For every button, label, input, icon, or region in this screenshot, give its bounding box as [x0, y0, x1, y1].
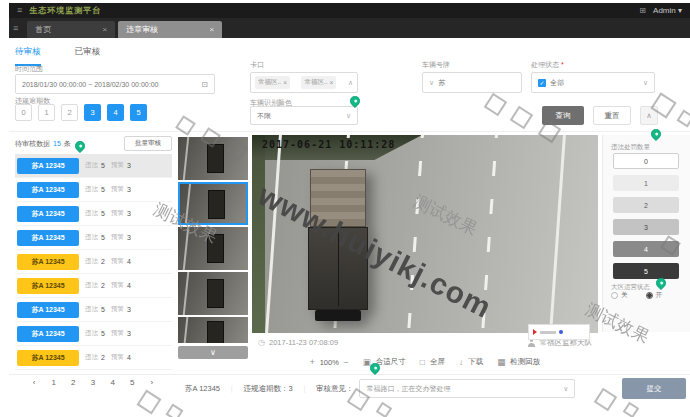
close-icon[interactable]: × — [283, 79, 287, 86]
chevron-down-icon: ∨ — [643, 79, 648, 87]
pending-count: 15 — [53, 140, 61, 147]
plate-label: 车辆号牌 — [422, 60, 450, 70]
opinion-label: 审核意见： — [316, 384, 354, 394]
watermark-shape — [623, 402, 640, 417]
thumbnail-selected[interactable] — [178, 182, 248, 225]
reset-button[interactable]: 重置 — [593, 106, 631, 125]
chevron-up-icon[interactable]: ∧ — [348, 79, 353, 87]
checkpoint-select[interactable]: 常福区..× 常福区..× ∧ — [250, 72, 358, 93]
time-range-label: 时间范围 — [15, 64, 43, 74]
close-icon[interactable]: × — [330, 79, 334, 86]
penalty-sidebar: 违法处罚数量 0 1 2 3 4 5 大区运营状态 关 开 — [602, 135, 690, 332]
clock-icon: ◷ — [258, 338, 265, 347]
plate-badge: 苏A 12345 — [17, 182, 79, 198]
list-item[interactable]: 苏A 12345 违法5 预警3 — [15, 322, 172, 346]
time-range-input[interactable]: 2018/01/30 00:00:00 ~ 2018/02/30 00:00:0… — [15, 74, 215, 94]
penalty-count-label: 违法处罚数量 — [611, 143, 650, 152]
plate-badge: 苏A 12345 — [17, 230, 79, 246]
plate-marker — [533, 329, 537, 335]
zoom-level: 100% — [320, 358, 339, 367]
plate-badge: 苏A 12345 — [17, 206, 79, 222]
radio-on[interactable]: 开 — [646, 291, 663, 300]
radio-off[interactable]: 关 — [611, 291, 628, 300]
thumbnail-expand-button[interactable]: ∨ — [178, 346, 248, 359]
required-asterisk: * — [561, 61, 564, 68]
plate-badge: 苏A 12345 — [17, 302, 79, 318]
thumbnail[interactable] — [178, 317, 248, 343]
image-viewer[interactable]: 2017-06-21 10:11:28 ◷ 2017-11-23 07:08:0… — [252, 135, 598, 352]
current-plate: 苏A 12345 — [185, 384, 220, 394]
user-menu[interactable]: Admin ▾ — [653, 6, 682, 15]
viewer-toolbar: + 100% − ▣ 合适尺寸 □ 全屏 ↓ 下载 ▦ 检测回放 — [252, 357, 598, 367]
osd-timestamp: 2017-06-21 10:11:28 — [262, 139, 395, 150]
plate-badge: 苏A 12345 — [17, 278, 79, 294]
collapse-filter-button[interactable]: ∧ — [640, 106, 658, 125]
download-button[interactable]: ↓ 下载 — [459, 357, 483, 367]
tab-violation-audit[interactable]: 违章审核 × — [118, 21, 222, 38]
list-item[interactable]: 苏A 12345 违法2 预警4 — [15, 346, 172, 370]
status-select[interactable]: ✓ 全部 ∨ — [531, 72, 655, 93]
watermark-shape — [376, 402, 393, 417]
submit-button[interactable]: 提交 — [622, 378, 686, 399]
close-icon[interactable]: × — [103, 25, 108, 34]
status-label: 处理状态 * — [531, 60, 564, 70]
app-title: 生态环境监测平台 — [29, 5, 101, 16]
penalty-option-4[interactable]: 4 — [613, 241, 679, 257]
tab-pending[interactable]: 待审核 — [15, 46, 41, 66]
calendar-icon[interactable]: ⊡ — [201, 80, 208, 89]
tab-reviewed[interactable]: 已审核 — [75, 46, 101, 66]
list-item[interactable]: 苏A 12345 违法5 预警3 — [15, 154, 172, 178]
tab-home[interactable]: 首页 × — [27, 21, 115, 38]
list-item[interactable]: 苏A 12345 违法5 预警3 — [15, 226, 172, 250]
watermark-shape — [677, 110, 690, 128]
apps-grid-icon[interactable]: ⊞ — [639, 6, 646, 15]
plate-badge: 苏A 12345 — [17, 254, 79, 270]
lane-line — [406, 135, 424, 333]
top-title-bar: ≡ 生态环境监测平台 ⊞ Admin ▾ — [9, 3, 690, 18]
list-item[interactable]: 苏A 12345 违法5 预警3 — [15, 298, 172, 322]
penalty-option-2[interactable]: 2 — [613, 197, 679, 213]
divider — [9, 131, 690, 132]
collapse-menu-icon[interactable]: ≡ — [13, 24, 18, 33]
result-list: 苏A 12345 违法5 预警3 苏A 12345 违法5 预警3 苏A 123… — [15, 154, 172, 370]
penalty-option-1[interactable]: 1 — [613, 175, 679, 191]
menu-icon[interactable]: ≡ — [17, 6, 22, 15]
playback-button[interactable]: ▦ 检测回放 — [497, 357, 540, 367]
close-icon[interactable]: × — [210, 25, 215, 34]
chevron-down-icon: ∨ — [563, 385, 568, 393]
checkbox-icon[interactable]: ✓ — [538, 79, 546, 87]
zoom-out-icon[interactable]: − — [344, 357, 349, 367]
lane-line — [480, 135, 498, 333]
thumbnail[interactable] — [178, 137, 248, 180]
list-item[interactable]: 苏A 12345 违法2 预警4 — [15, 250, 172, 274]
zoom-in-icon[interactable]: + — [310, 357, 315, 367]
penalty-option-5[interactable]: 5 — [613, 263, 679, 279]
batch-review-button[interactable]: 批量审核 — [124, 136, 172, 151]
list-item[interactable]: 苏A 12345 违法5 预警3 — [15, 178, 172, 202]
overdue-info: 违规逾期数：3 — [243, 384, 292, 394]
checkpoint-label: 卡口 — [250, 60, 264, 70]
lane-line — [264, 135, 282, 333]
app-window: ≡ 生态环境监测平台 ⊞ Admin ▾ ≡ 首页 × 违章审核 × 待审核 已… — [0, 0, 690, 417]
surveillance-photo[interactable]: 2017-06-21 10:11:28 — [252, 135, 598, 333]
plate-badge: 苏A 12345 — [17, 350, 79, 366]
playback-icon: ▦ — [497, 357, 505, 367]
filter-tabs: 待审核 已审核 — [15, 46, 100, 66]
list-item[interactable]: 苏A 12345 违法2 预警4 — [15, 274, 172, 298]
thumbnail[interactable] — [178, 272, 248, 315]
chevron-down-icon[interactable]: ∨ — [429, 79, 434, 87]
plate-input[interactable]: ∨ 苏 — [422, 72, 522, 93]
checkpoint-tag: 常福区..× — [255, 76, 290, 89]
truck — [308, 169, 368, 321]
plate-badge: 苏A 12345 — [17, 158, 79, 174]
search-button[interactable]: 查询 — [542, 106, 584, 125]
list-item[interactable]: 苏A 12345 违法5 预警3 — [15, 202, 172, 226]
fullscreen-button[interactable]: □ 全屏 — [420, 357, 445, 367]
download-icon: ↓ — [459, 357, 463, 367]
opinion-select[interactable]: 常福路口，正在交办警处理 ∨ — [359, 379, 575, 398]
penalty-option-3[interactable]: 3 — [613, 219, 679, 235]
region-status-radios: 关 开 — [611, 291, 662, 300]
thumbnail[interactable] — [178, 227, 248, 270]
checkpoint-tag: 常福区..× — [301, 76, 336, 89]
penalty-option-0[interactable]: 0 — [613, 153, 679, 169]
